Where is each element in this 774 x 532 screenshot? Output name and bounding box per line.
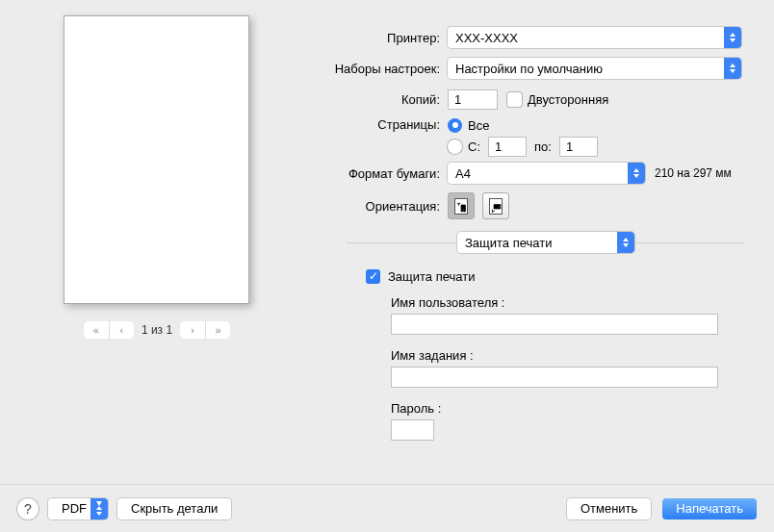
pages-row: Страницы: Все С: по: (289, 115, 598, 158)
presets-value: Настройки по умолчанию (455, 62, 603, 76)
portrait-icon (454, 198, 468, 215)
orientation-landscape-button[interactable] (482, 192, 509, 219)
dropdown-arrows-icon (724, 27, 741, 48)
paper-size-detail: 210 на 297 мм (655, 166, 732, 180)
print-button[interactable]: Напечатать (662, 498, 757, 519)
password-label: Пароль : (391, 401, 745, 416)
two-sided-label: Двусторонняя (528, 92, 608, 107)
dropdown-arrows-icon (628, 163, 645, 184)
cancel-button[interactable]: Отменить (567, 498, 651, 519)
dialog-footer: ? PDF Скрыть детали Отменить Напечатать (0, 484, 774, 532)
pages-to-label: по: (534, 139, 552, 154)
help-button[interactable]: ? (17, 498, 39, 519)
pages-all-radio[interactable] (448, 118, 462, 133)
pages-range-radio[interactable] (448, 139, 462, 154)
pages-from-input[interactable] (488, 137, 527, 157)
print-preview (64, 15, 249, 304)
two-sided-checkbox[interactable] (507, 92, 522, 107)
pages-from-label: С: (468, 139, 480, 154)
secure-print-checkbox[interactable]: ✓ (366, 269, 380, 284)
page-indicator: 1 из 1 (142, 323, 172, 337)
secure-print-label: Защита печати (388, 269, 475, 284)
cancel-label: Отменить (580, 501, 637, 516)
copies-input[interactable] (448, 89, 498, 110)
paper-size-row: Формат бумаги: A4 210 на 297 мм (289, 163, 732, 184)
jobname-input[interactable] (391, 367, 718, 388)
paper-size-select[interactable]: A4 (448, 163, 645, 184)
pdf-dropdown-button[interactable]: PDF (48, 498, 108, 519)
hide-details-label: Скрыть детали (131, 501, 218, 516)
preview-first-button[interactable]: « (84, 321, 109, 339)
landscape-icon (489, 198, 503, 215)
preview-first-prev-group: « ‹ (84, 321, 134, 339)
username-input[interactable] (391, 314, 718, 335)
orientation-row: Ориентация: (289, 192, 509, 219)
presets-row: Наборы настроек: Настройки по умолчанию (289, 58, 741, 79)
preview-next-button[interactable]: › (180, 321, 205, 339)
pages-label: Страницы: (289, 115, 448, 132)
password-input[interactable] (391, 419, 434, 441)
orientation-portrait-button[interactable] (448, 192, 475, 219)
printer-row: Принтер: XXX-XXXX (289, 27, 741, 48)
presets-label: Наборы настроек: (289, 62, 448, 76)
dropdown-arrows-icon (617, 232, 634, 253)
hide-details-button[interactable]: Скрыть детали (117, 498, 231, 519)
pages-all-label: Все (468, 118, 489, 133)
paper-size-value: A4 (455, 166, 471, 181)
username-label: Имя пользователя : (391, 295, 745, 310)
preview-last-button[interactable]: » (205, 321, 230, 339)
printer-value: XXX-XXXX (455, 31, 518, 45)
copies-row: Копий: Двусторонняя (289, 89, 608, 110)
preview-prev-button[interactable]: ‹ (109, 321, 134, 339)
presets-select[interactable]: Настройки по умолчанию (448, 58, 741, 79)
preview-next-last-group: › » (180, 321, 230, 339)
pdf-button-label: PDF (62, 501, 87, 516)
printer-label: Принтер: (289, 31, 448, 45)
settings-section-select[interactable]: Защита печати (457, 232, 634, 253)
paper-size-label: Формат бумаги: (289, 166, 448, 181)
settings-section-value: Защита печати (465, 236, 552, 250)
dropdown-arrows-icon (724, 58, 741, 79)
dropdown-arrow-icon (90, 498, 108, 519)
copies-label: Копий: (289, 92, 448, 107)
preview-navigation: « ‹ 1 из 1 › » (46, 319, 268, 341)
pages-to-input[interactable] (559, 137, 598, 157)
print-label: Напечатать (676, 501, 743, 516)
pages-options: Все С: по: (448, 115, 598, 158)
secure-print-section: ✓ Защита печати Имя пользователя : Имя з… (366, 269, 745, 441)
printer-select[interactable]: XXX-XXXX (448, 27, 741, 48)
orientation-label: Ориентация: (289, 199, 448, 214)
jobname-label: Имя задания : (391, 348, 745, 363)
print-dialog: « ‹ 1 из 1 › » Принтер: XXX-XXXX Наборы … (0, 0, 774, 532)
